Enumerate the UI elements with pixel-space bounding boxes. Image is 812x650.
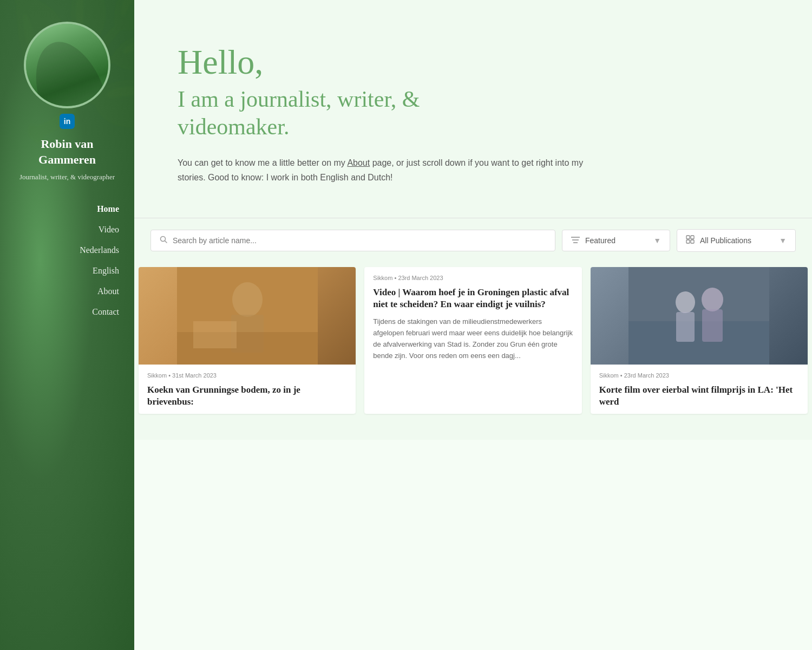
featured-dropdown[interactable]: Featured ▼ xyxy=(562,230,670,251)
article-3-meta: Sikkom • 23rd March 2023 xyxy=(591,365,808,381)
svg-rect-5 xyxy=(686,236,690,239)
articles-grid: Sikkom • 31st March 2023 Koekn van Grunn… xyxy=(134,263,812,440)
article-1-separator: • xyxy=(168,372,172,379)
hero-section: Hello, I am a journalist, writer, &video… xyxy=(134,0,812,218)
hero-greeting: Hello, xyxy=(178,43,769,81)
article-1-meta: Sikkom • 31st March 2023 xyxy=(139,365,356,381)
article-3-separator: • xyxy=(620,372,624,379)
publications-dropdown-chevron: ▼ xyxy=(779,236,787,245)
author-name: Robin van Gammeren xyxy=(0,136,134,167)
article-1-title: Koekn van Grunningse bodem, zo in je bri… xyxy=(139,381,356,414)
main-content: Hello, I am a journalist, writer, &video… xyxy=(134,0,812,650)
search-input[interactable] xyxy=(173,236,546,245)
article-card-1[interactable]: Sikkom • 31st March 2023 Koekn van Grunn… xyxy=(139,267,356,414)
search-box[interactable] xyxy=(150,230,555,251)
svg-rect-7 xyxy=(686,240,690,243)
filter-bar: Featured ▼ All Publications ▼ xyxy=(134,218,812,263)
hero-description: You can get to know me a little better o… xyxy=(178,155,600,185)
linkedin-icon: in xyxy=(64,117,70,126)
hero-desc-part1: You can get to know me a little better o… xyxy=(178,158,347,167)
svg-rect-16 xyxy=(628,321,769,365)
article-3-image xyxy=(591,267,808,365)
featured-dropdown-chevron: ▼ xyxy=(653,236,661,245)
svg-rect-6 xyxy=(691,236,694,239)
svg-rect-18 xyxy=(676,312,695,342)
filter-lines-icon xyxy=(571,236,580,245)
article-3-title: Korte film over eierbal wint filmprijs i… xyxy=(591,381,808,414)
article-2-source: Sikkom xyxy=(373,275,392,281)
sidebar-item-nederlands[interactable]: Nederlands xyxy=(0,240,134,261)
article-2-excerpt: Tijdens de stakingen van de milieudienst… xyxy=(364,316,581,370)
svg-line-1 xyxy=(165,240,167,243)
article-card-3[interactable]: Sikkom • 23rd March 2023 Korte film over… xyxy=(591,267,808,414)
author-title: Journalist, writer, & videographer xyxy=(3,172,131,183)
article-2-meta: Sikkom • 23rd March 2023 xyxy=(364,267,581,283)
svg-rect-14 xyxy=(193,321,237,348)
search-icon xyxy=(160,236,167,245)
publications-dropdown[interactable]: All Publications ▼ xyxy=(677,229,796,252)
article-2-date: 23rd March 2023 xyxy=(398,275,443,281)
svg-point-17 xyxy=(676,291,695,313)
article-1-source: Sikkom xyxy=(147,372,167,379)
svg-rect-8 xyxy=(691,240,694,243)
sidebar-item-home[interactable]: Home xyxy=(0,199,134,219)
sidebar: in Robin van Gammeren Journalist, writer… xyxy=(0,0,134,650)
article-3-date: 23rd March 2023 xyxy=(624,372,669,379)
svg-point-11 xyxy=(232,282,263,317)
svg-rect-20 xyxy=(702,309,723,342)
navigation-menu: Home Video Nederlands English About Cont… xyxy=(0,199,134,322)
article-card-2[interactable]: Sikkom • 23rd March 2023 Video | Waarom … xyxy=(364,267,581,414)
all-publications-label: All Publications xyxy=(700,236,751,245)
hero-subtitle: I am a journalist, writer, &videomaker. xyxy=(178,86,769,140)
article-1-date: 31st March 2023 xyxy=(172,372,217,379)
linkedin-button[interactable]: in xyxy=(60,114,75,129)
article-1-image xyxy=(139,267,356,365)
article-3-source: Sikkom xyxy=(599,372,619,379)
sidebar-item-english[interactable]: English xyxy=(0,261,134,281)
sidebar-item-about[interactable]: About xyxy=(0,281,134,302)
sidebar-item-video[interactable]: Video xyxy=(0,219,134,240)
sidebar-item-contact[interactable]: Contact xyxy=(0,302,134,322)
avatar xyxy=(24,22,110,108)
avatar-image xyxy=(26,24,108,106)
about-link[interactable]: About xyxy=(347,158,370,167)
featured-label: Featured xyxy=(585,236,615,245)
svg-point-19 xyxy=(702,288,723,311)
publications-icon xyxy=(686,235,695,246)
article-2-title: Video | Waarom hoef je in Groningen plas… xyxy=(364,283,581,317)
